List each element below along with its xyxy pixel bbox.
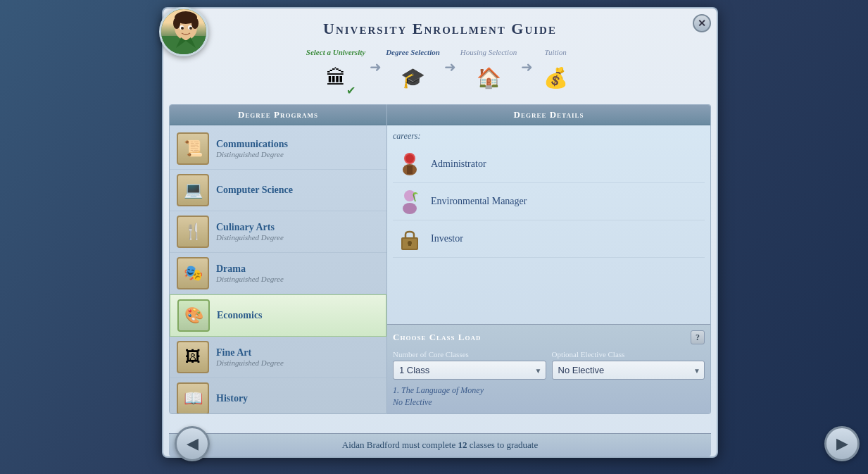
steps-bar: Select a University 🏛 ✔ ➜ Degree Selecti… (163, 45, 717, 104)
avatar-face (161, 9, 206, 54)
degree-type-drama: Distinguished Degree (216, 275, 379, 283)
step-degree-selection[interactable]: Degree Selection 🎓 (386, 48, 440, 96)
degree-info-economics: Economics (217, 310, 379, 321)
footer-count: 12 (458, 439, 467, 450)
arrow-1: ➜ (370, 58, 382, 75)
step-icon-university: 🏛 ✔ (317, 59, 354, 96)
degree-info-culinary: Culinary Arts Distinguished Degree (216, 222, 379, 242)
core-class-dropdown[interactable]: 1 Class (393, 361, 546, 380)
careers-label: careers: (393, 131, 705, 142)
footer-text-prefix: Aidan Bradford must complete (342, 439, 458, 450)
degree-name-cs: Computer Science (216, 185, 379, 196)
left-panel: Degree Programs 📜 Communications Disting… (169, 104, 387, 414)
degree-name-communications: Communications (216, 139, 379, 150)
footer-text-suffix: classes to graduate (467, 439, 538, 450)
checkmark-icon: ✔ (346, 84, 356, 97)
career-item-investor[interactable]: Investor (393, 220, 705, 258)
avatar (159, 7, 208, 56)
modal-header: University Enrollment Guide (163, 8, 717, 45)
elective-class-dropdown-wrapper: No Elective (552, 361, 705, 380)
core-class-group: Number of Core Classes 1 Class (393, 350, 546, 380)
right-panel: Degree Details careers: Administrator (387, 104, 711, 414)
degree-icon-history: 📖 (177, 382, 209, 413)
degree-item-drama[interactable]: 🎭 Drama Distinguished Degree (170, 253, 386, 294)
class-entry: 1. The Language of Money (393, 385, 705, 396)
class-load-header: Choose Class Load ? (393, 330, 705, 344)
forward-button[interactable]: ▶ (824, 426, 860, 461)
degree-info-drama: Drama Distinguished Degree (216, 263, 379, 283)
degree-icon-fine-art: 🖼 (177, 341, 209, 373)
step-label-degree: Degree Selection (386, 48, 440, 56)
degree-details-header: Degree Details (387, 105, 710, 125)
step-label-housing: Housing Selection (460, 48, 517, 56)
degree-info-fine-art: Fine Art Distinguished Degree (216, 347, 379, 367)
elective-class-label: Optional Elective Class (552, 350, 705, 358)
degree-name-history: History (216, 393, 379, 404)
degree-icon-communications: 📜 (177, 132, 209, 165)
close-button[interactable]: ✕ (693, 14, 711, 32)
svg-point-9 (189, 27, 192, 30)
dropdowns-row: Number of Core Classes 1 Class Optional … (393, 350, 705, 380)
class-load-section: Choose Class Load ? Number of Core Class… (387, 324, 710, 413)
elective-class-group: Optional Elective Class No Elective (552, 350, 705, 380)
step-housing-selection[interactable]: Housing Selection 🏠 (460, 48, 517, 96)
degree-name-culinary: Culinary Arts (216, 222, 379, 233)
degree-item-economics[interactable]: 🎨 Economics (170, 294, 386, 337)
step-select-university[interactable]: Select a University 🏛 ✔ (306, 48, 365, 96)
degree-info-cs: Computer Science (216, 185, 379, 196)
degree-item-communications[interactable]: 📜 Communications Distinguished Degree (170, 128, 386, 170)
modal-title: University Enrollment Guide (170, 20, 710, 38)
degree-type-communications: Distinguished Degree (216, 150, 379, 158)
degree-type-fine-art: Distinguished Degree (216, 358, 379, 367)
svg-point-8 (181, 27, 184, 30)
degree-item-fine-art[interactable]: 🖼 Fine Art Distinguished Degree (170, 337, 386, 378)
step-label-select-university: Select a University (306, 48, 365, 56)
footer-bar: Aidan Bradford must complete 12 classes … (169, 433, 711, 456)
career-icon-investor (396, 225, 424, 253)
degree-programs-header: Degree Programs (170, 105, 386, 125)
class-load-title: Choose Class Load (393, 332, 481, 343)
svg-point-4 (173, 18, 180, 29)
career-item-environmental-manager[interactable]: Environmental Manager (393, 183, 705, 220)
svg-point-5 (191, 18, 199, 29)
career-icon-environmental-manager (396, 187, 424, 216)
svg-point-17 (403, 203, 417, 214)
svg-rect-15 (407, 166, 413, 174)
step-tuition[interactable]: Tuition 💰 (537, 48, 574, 96)
degree-list: 📜 Communications Distinguished Degree 💻 … (170, 125, 386, 413)
career-item-administrator[interactable]: Administrator (393, 146, 705, 183)
arrow-3: ➜ (521, 58, 533, 75)
help-button[interactable]: ? (691, 330, 705, 344)
step-icon-housing: 🏠 (470, 59, 507, 96)
arrow-2: ➜ (444, 58, 456, 75)
degree-name-fine-art: Fine Art (216, 347, 379, 358)
modal-container: ✕ University Enrollment Guide Select a U… (162, 7, 718, 458)
degree-info-history: History (216, 393, 379, 404)
career-name-environmental-manager: Environmental Manager (431, 196, 527, 207)
step-label-tuition: Tuition (545, 48, 567, 56)
degree-icon-culinary: 🍴 (177, 216, 209, 248)
degree-name-drama: Drama (216, 263, 379, 275)
degree-type-culinary: Distinguished Degree (216, 233, 379, 242)
modal-body: Degree Programs 📜 Communications Disting… (169, 104, 711, 414)
degree-icon-cs: 💻 (177, 174, 209, 206)
career-name-investor: Investor (431, 233, 463, 244)
core-class-label: Number of Core Classes (393, 350, 546, 358)
degree-icon-drama: 🎭 (177, 257, 209, 289)
core-class-dropdown-wrapper: 1 Class (393, 361, 546, 380)
back-button[interactable]: ◀ (175, 426, 210, 461)
degree-item-history[interactable]: 📖 History (170, 378, 386, 413)
step-icon-tuition: 💰 (537, 59, 574, 96)
degree-icon-economics: 🎨 (177, 299, 210, 332)
career-icon-administrator (396, 150, 424, 178)
step-icon-degree: 🎓 (394, 59, 431, 96)
degree-item-culinary-arts[interactable]: 🍴 Culinary Arts Distinguished Degree (170, 211, 386, 253)
elective-entry: No Elective (393, 397, 705, 408)
degree-info-communications: Communications Distinguished Degree (216, 139, 379, 158)
svg-rect-21 (408, 243, 411, 246)
elective-class-dropdown[interactable]: No Elective (552, 361, 705, 380)
career-name-administrator: Administrator (431, 158, 486, 170)
degree-name-economics: Economics (217, 310, 379, 321)
degree-item-computer-science[interactable]: 💻 Computer Science (170, 170, 386, 211)
careers-section: careers: Administrator (387, 125, 710, 324)
